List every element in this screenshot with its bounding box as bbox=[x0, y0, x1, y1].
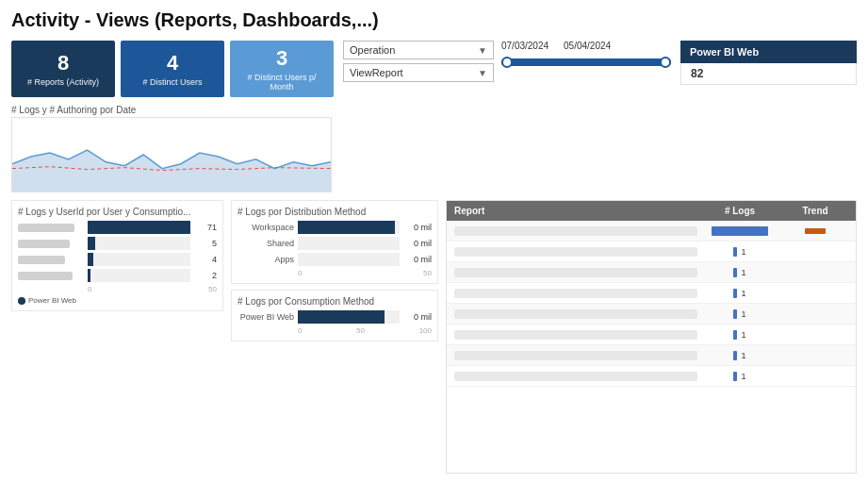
bar-track-2 bbox=[88, 237, 190, 250]
logs-bar-8 bbox=[733, 372, 737, 381]
slider-thumb-right[interactable] bbox=[660, 57, 671, 68]
table-logs-val-8: 1 bbox=[697, 372, 782, 381]
bar-track-1 bbox=[88, 221, 190, 234]
table-row[interactable]: 1 bbox=[447, 345, 856, 366]
logs-bar-6 bbox=[733, 330, 737, 340]
table-report-val-1 bbox=[454, 226, 697, 236]
left-charts: # Logs y UserId por User y Consumptio...… bbox=[11, 200, 223, 474]
kpi-label-users-month: # Distinct Users p/ Month bbox=[236, 73, 328, 92]
main-container: Activity - Views (Reports, Dashboards,..… bbox=[0, 0, 868, 483]
logs-num-8: 1 bbox=[741, 372, 745, 381]
dist-fill-workspace bbox=[298, 221, 395, 234]
table-report-val-3 bbox=[454, 268, 697, 277]
bar-track-4 bbox=[88, 269, 190, 282]
x-label-50: 50 bbox=[208, 285, 217, 293]
dist-track-shared bbox=[298, 237, 400, 250]
dist-track-workspace bbox=[298, 221, 400, 234]
table-logs-val-1 bbox=[697, 226, 782, 236]
logs-bar-2 bbox=[733, 247, 737, 257]
consumption-fill-powerbi bbox=[298, 310, 385, 324]
table-row[interactable]: 1 bbox=[447, 366, 856, 387]
dist-value-shared: 0 mil bbox=[403, 239, 432, 248]
report-table: Report # Logs Trend 1 bbox=[446, 200, 857, 474]
top-section: 8 # Reports (Activity) 4 # Distinct User… bbox=[11, 41, 857, 97]
table-row[interactable]: 1 bbox=[447, 325, 856, 345]
bar-fill-1 bbox=[88, 221, 190, 234]
table-row[interactable]: 1 bbox=[447, 283, 856, 304]
consumption-chart-title: # Logs por Consumption Method bbox=[237, 296, 432, 307]
line-chart bbox=[11, 117, 332, 192]
powerbi-banner: Power BI Web 82 bbox=[680, 41, 857, 85]
table-logs-val-4: 1 bbox=[697, 289, 782, 298]
bar-fill-3 bbox=[88, 253, 93, 266]
bar-row-3: 4 bbox=[18, 253, 217, 266]
table-row[interactable] bbox=[447, 221, 856, 242]
bar-row-4: 2 bbox=[18, 269, 217, 282]
date-slider[interactable] bbox=[501, 58, 671, 66]
kpi-value-users: 4 bbox=[167, 51, 178, 75]
bar-fill-2 bbox=[88, 237, 95, 250]
logs-num-2: 1 bbox=[741, 247, 745, 257]
bar-value-2: 5 bbox=[194, 239, 217, 248]
table-row[interactable]: 1 bbox=[447, 242, 856, 262]
chart-legend: Power BI Web bbox=[18, 296, 217, 305]
line-chart-svg bbox=[12, 118, 331, 192]
kpi-value-users-month: 3 bbox=[276, 46, 287, 71]
table-row[interactable]: 1 bbox=[447, 262, 856, 283]
kpi-value-reports: 8 bbox=[57, 51, 69, 75]
consumption-row-powerbi: Power BI Web 0 mil bbox=[237, 310, 432, 324]
kpi-card-reports: 8 # Reports (Activity) bbox=[11, 41, 115, 97]
x-label-0: 0 bbox=[88, 285, 91, 293]
user-bar-chart: # Logs y UserId por User y Consumptio...… bbox=[11, 200, 223, 311]
middle-charts: # Logs por Distribution Method Workspace… bbox=[231, 200, 438, 474]
bar-label-1 bbox=[18, 224, 84, 232]
table-report-val-7 bbox=[454, 351, 697, 360]
logs-num-4: 1 bbox=[741, 289, 745, 298]
table-logs-val-5: 1 bbox=[697, 309, 782, 319]
dist-label-shared: Shared bbox=[237, 239, 294, 248]
table-report-val-8 bbox=[454, 372, 697, 381]
logs-num-5: 1 bbox=[741, 309, 745, 319]
dist-label-apps: Apps bbox=[237, 255, 294, 264]
kpi-card-users: 4 # Distinct Users bbox=[121, 41, 224, 97]
dist-x-axis: 0 50 bbox=[237, 269, 432, 277]
logs-bar-5 bbox=[733, 309, 737, 319]
dist-x-0: 0 bbox=[298, 269, 302, 277]
table-header-report: Report bbox=[454, 206, 697, 216]
bar-track-3 bbox=[88, 253, 190, 266]
dist-value-workspace: 0 mil bbox=[403, 223, 432, 232]
table-report-val-5 bbox=[454, 309, 697, 319]
table-report-val-2 bbox=[454, 247, 697, 257]
table-report-val-6 bbox=[454, 330, 697, 340]
date-start: 07/03/2024 bbox=[501, 41, 549, 51]
logs-num-7: 1 bbox=[741, 351, 745, 360]
dist-x-50: 50 bbox=[423, 269, 432, 277]
banner-value: 82 bbox=[680, 63, 857, 85]
date-range-section: 07/03/2024 05/04/2024 bbox=[501, 41, 671, 66]
dist-label-workspace: Workspace bbox=[237, 223, 294, 232]
dist-value-apps: 0 mil bbox=[403, 255, 432, 264]
table-header-logs: # Logs bbox=[697, 206, 782, 216]
date-labels: 07/03/2024 05/04/2024 bbox=[501, 41, 671, 51]
dist-row-apps: Apps 0 mil bbox=[237, 253, 432, 266]
table-trend-val-1 bbox=[782, 228, 848, 234]
distribution-chart: # Logs por Distribution Method Workspace… bbox=[231, 200, 438, 284]
logs-bar-1 bbox=[712, 226, 768, 236]
date-end: 05/04/2024 bbox=[564, 41, 611, 51]
consumption-value-powerbi: 0 mil bbox=[403, 312, 432, 322]
bar-row-1: 71 bbox=[18, 221, 217, 234]
line-chart-section: # Logs y # Authoring por Date bbox=[11, 105, 332, 192]
consumption-x-0: 0 bbox=[298, 326, 302, 335]
banner-label: Power BI Web bbox=[680, 41, 857, 63]
filter-group-operation: Operation ▼ ViewReport ▼ bbox=[343, 41, 494, 82]
logs-bar-7 bbox=[733, 351, 737, 360]
kpi-label-users: # Distinct Users bbox=[142, 77, 202, 87]
table-header: Report # Logs Trend bbox=[447, 201, 856, 221]
table-report-val-4 bbox=[454, 289, 697, 298]
operation-dropdown-label[interactable]: Operation ▼ bbox=[343, 41, 494, 59]
slider-thumb-left[interactable] bbox=[501, 57, 513, 68]
logs-num-3: 1 bbox=[741, 268, 745, 277]
consumption-x-50: 50 bbox=[356, 326, 365, 335]
operation-value-dropdown[interactable]: ViewReport ▼ bbox=[343, 63, 494, 82]
table-row[interactable]: 1 bbox=[447, 304, 856, 325]
